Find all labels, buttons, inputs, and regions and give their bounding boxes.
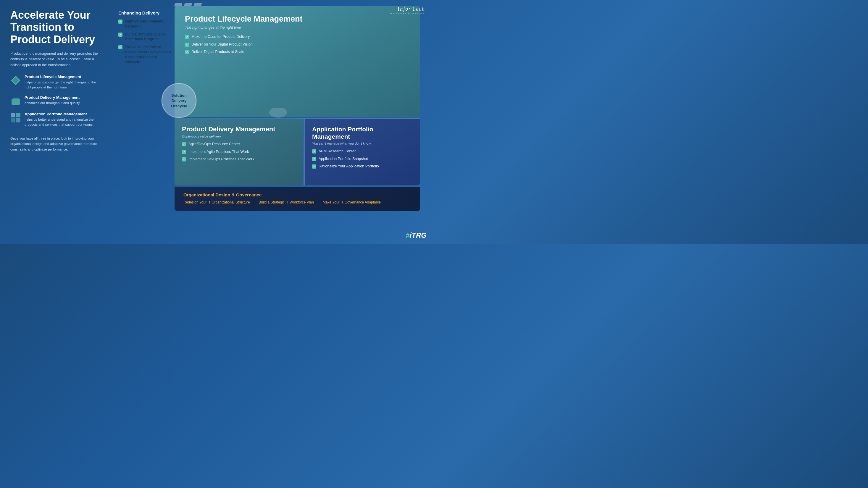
plm-title: Product Lifecycle Management — [185, 14, 410, 24]
apm-check-1: ✓ — [312, 149, 316, 154]
infotech-sub: RESEARCH GROUP — [390, 12, 425, 15]
svg-text:Solution: Solution — [171, 93, 187, 98]
svg-rect-4 — [11, 113, 16, 118]
pdm-subtitle: Continuous value delivery — [182, 135, 296, 138]
check-icon-3: ✓ — [118, 45, 122, 50]
apm-item-text-1: APM Research Center — [319, 149, 355, 154]
product-delivery-icon — [10, 96, 21, 106]
enhancing-text-1: Improve Requirements Gathering — [125, 19, 172, 29]
main-title: Accelerate Your Transition to Product De… — [10, 9, 103, 45]
svg-marker-1 — [12, 77, 19, 84]
pdm-title: Product Delivery Management — [182, 125, 296, 133]
enhancing-text-3: Evolve Your Software Development Lifecyc… — [125, 45, 172, 64]
product-lifecycle-icon — [10, 75, 21, 86]
pdm-panel: Product Delivery Management Continuous v… — [175, 119, 303, 186]
enhancing-item-1: ✓ Improve Requirements Gathering — [118, 19, 172, 29]
svg-text:Lifecycle: Lifecycle — [171, 104, 187, 108]
pdm-check-1: ✓ — [182, 142, 186, 147]
v-divider — [304, 119, 305, 186]
svg-rect-6 — [11, 118, 16, 123]
apm-item-text-3: Rationalize Your Application Portfolio — [319, 164, 379, 169]
enhancing-item-3: ✓ Evolve Your Software Development Lifec… — [118, 45, 172, 64]
plm-item-text-1: Make the Case for Product Delivery — [191, 34, 250, 40]
apm-panel: Application Portfolio Management You can… — [305, 119, 420, 186]
infotech-name: Info~Tech — [390, 6, 425, 12]
pdm-check-3: ✓ — [182, 157, 186, 161]
left-panel: Accelerate Your Transition to Product De… — [0, 0, 113, 244]
itrg-text: iTRG — [410, 231, 427, 239]
plm-item-text-3: Deliver Digital Products at Scale — [191, 50, 244, 55]
pdm-item-3: ✓ Implement DevOps Practices That Work — [182, 157, 296, 162]
h-divider — [175, 118, 420, 119]
plm-check-1: ✓ — [185, 35, 189, 39]
infotech-logo: Info~Tech RESEARCH GROUP — [390, 6, 425, 15]
category-apm: Application Portfolio Management helps u… — [10, 112, 103, 127]
pdm-item-2: ✓ Implement Agile Practices That Work — [182, 149, 296, 155]
org-links: Redesign Your IT Organizational Structur… — [183, 200, 411, 204]
svg-rect-5 — [16, 113, 21, 118]
plm-check-3: ✓ — [185, 50, 189, 54]
enhancing-title: Enhancing Delivery — [118, 10, 172, 15]
apm-item-text-2: Application Portfolio Snapshot — [319, 157, 368, 162]
org-title: Organizational Design & Governance — [183, 192, 411, 197]
check-icon-2: ✓ — [118, 33, 122, 37]
apm-item-3: ✓ Rationalize Your Application Portfolio — [312, 164, 413, 169]
category-pdm: Product Delivery Management enhances our… — [10, 95, 103, 106]
svg-text:Delivery: Delivery — [172, 98, 187, 103]
sdl-circle-bg: Solution Delivery Lifecycle — [160, 82, 198, 120]
svg-point-8 — [269, 108, 287, 118]
pdm-item-1: ✓ Agile/DevOps Resource Center — [182, 142, 296, 147]
svg-rect-7 — [16, 118, 21, 123]
org-link-1[interactable]: Redesign Your IT Organizational Structur… — [183, 200, 250, 204]
enhancing-delivery-panel: Enhancing Delivery ✓ Improve Requirement… — [114, 6, 176, 72]
org-link-3[interactable]: Make Your IT Governance Adaptable — [323, 200, 381, 204]
plm-category-desc: helps organizations get the right change… — [25, 80, 103, 90]
plm-item-1: ✓ Make the Case for Product Delivery — [185, 34, 410, 40]
apm-category-desc: helps us better understand and rationali… — [25, 117, 103, 127]
hash-symbol: # — [406, 231, 409, 239]
org-section: Organizational Design & Governance Redes… — [175, 187, 420, 211]
app-portfolio-icon — [10, 112, 21, 123]
pdm-item-text-2: Implement Agile Practices That Work — [188, 149, 249, 155]
footer-text: Once you have all three in place, look t… — [10, 136, 103, 152]
itrg-logo: #iTRG — [406, 231, 427, 239]
org-link-2[interactable]: Build a Strategic IT Workforce Plan — [259, 200, 314, 204]
plm-item-text-2: Deliver on Your Digital Product Vision — [191, 42, 253, 47]
pdm-category-desc: enhances our throughput and quality. — [25, 101, 81, 106]
apm-category-title: Application Portfolio Management — [25, 112, 103, 116]
apm-item-1: ✓ APM Research Center — [312, 149, 413, 154]
svg-rect-3 — [13, 98, 19, 99]
apm-subtitle: You can't manage what you don't know — [312, 142, 413, 145]
enhancing-text-2: Build a Software Quality Assurance Progr… — [125, 32, 172, 42]
enhancing-item-2: ✓ Build a Software Quality Assurance Pro… — [118, 32, 172, 42]
plm-subtitle: The right changes at the right time — [185, 26, 410, 30]
plm-panel: Product Lifecycle Management The right c… — [175, 6, 420, 117]
plm-item-3: ✓ Deliver Digital Products at Scale — [185, 50, 410, 55]
apm-title: Application Portfolio Management — [312, 125, 413, 140]
intro-text: Product-centric management and delivery … — [10, 51, 103, 68]
pdm-category-title: Product Delivery Management — [25, 95, 81, 100]
apm-check-2: ✓ — [312, 157, 316, 161]
category-plm: Product Lifecycle Management helps organ… — [10, 74, 103, 90]
svg-rect-2 — [11, 99, 20, 105]
pdm-item-text-1: Agile/DevOps Resource Center — [188, 142, 240, 147]
plm-check-2: ✓ — [185, 42, 189, 47]
plm-item-2: ✓ Deliver on Your Digital Product Vision — [185, 42, 410, 47]
check-icon-1: ✓ — [118, 20, 122, 24]
apm-check-3: ✓ — [312, 164, 316, 169]
apm-item-2: ✓ Application Portfolio Snapshot — [312, 157, 413, 162]
pdm-item-text-3: Implement DevOps Practices That Work — [188, 157, 254, 162]
plm-category-title: Product Lifecycle Management — [25, 74, 103, 79]
pdm-check-2: ✓ — [182, 150, 186, 154]
